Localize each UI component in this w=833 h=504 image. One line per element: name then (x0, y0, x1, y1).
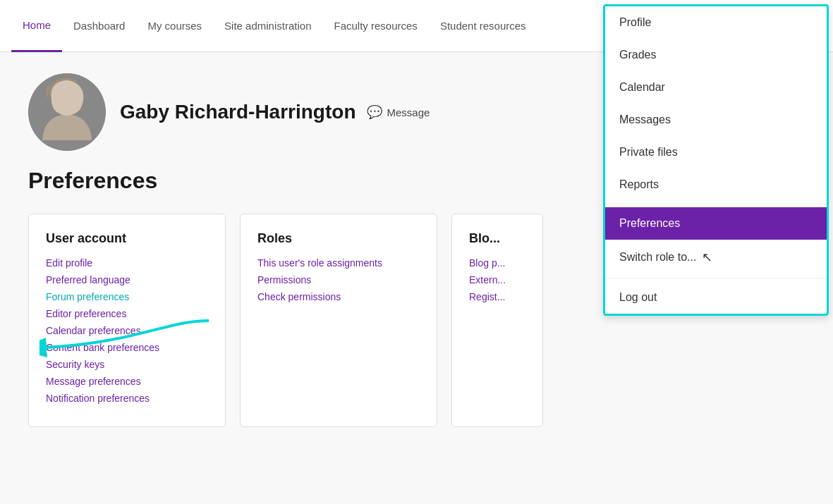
forum-preferences-link[interactable]: Forum preferences (46, 291, 208, 302)
dropdown-divider-2 (605, 278, 827, 278)
nav-links: Home Dashboard My courses Site administr… (11, 0, 705, 52)
roles-card: Roles This user's role assignments Permi… (240, 214, 437, 427)
user-account-card: User account Edit profile Preferred lang… (28, 214, 226, 427)
nav-dashboard[interactable]: Dashboard (62, 0, 136, 52)
main-content: Gaby Richard-Harrington 💬 Message Prefer… (0, 52, 635, 448)
dropdown-profile[interactable]: Profile (605, 6, 827, 39)
message-label: Message (387, 106, 430, 118)
user-dropdown-menu: Profile Grades Calendar Messages Private… (603, 4, 829, 316)
user-header: Gaby Richard-Harrington 💬 Message (28, 73, 607, 151)
role-assignments-link[interactable]: This user's role assignments (257, 257, 420, 269)
permissions-link[interactable]: Permissions (257, 274, 420, 285)
message-preferences-link[interactable]: Message preferences (46, 376, 208, 387)
security-keys-link[interactable]: Security keys (46, 359, 208, 370)
calendar-preferences-link[interactable]: Calendar preferences (46, 325, 208, 336)
blog-title: Blo... (469, 231, 525, 246)
user-name: Gaby Richard-Harrington (120, 101, 355, 123)
nav-site-admin[interactable]: Site administration (213, 0, 322, 52)
check-permissions-link[interactable]: Check permissions (257, 291, 420, 302)
top-nav: Home Dashboard My courses Site administr… (0, 0, 833, 52)
edit-profile-link[interactable]: Edit profile (46, 257, 208, 269)
extern-link[interactable]: Extern... (469, 274, 525, 285)
page-title: Preferences (28, 168, 607, 194)
dropdown-logout[interactable]: Log out (605, 281, 827, 314)
profile-avatar (28, 73, 106, 151)
message-button[interactable]: 💬 Message (367, 104, 430, 120)
dropdown-messages[interactable]: Messages (605, 104, 827, 136)
message-bubble-icon: 💬 (367, 104, 382, 120)
dropdown-switch-role[interactable]: Switch role to... ↖ (605, 240, 827, 275)
dropdown-divider (605, 204, 827, 204)
nav-faculty-resources[interactable]: Faculty resources (323, 0, 429, 52)
nav-my-courses[interactable]: My courses (136, 0, 213, 52)
user-account-title: User account (46, 231, 208, 246)
user-info: Gaby Richard-Harrington 💬 Message (120, 101, 430, 123)
dropdown-grades[interactable]: Grades (605, 39, 827, 71)
dropdown-private-files[interactable]: Private files (605, 136, 827, 168)
cards-row: User account Edit profile Preferred lang… (28, 214, 607, 427)
dropdown-calendar[interactable]: Calendar (605, 71, 827, 104)
dropdown-preferences[interactable]: Preferences (605, 207, 827, 240)
content-bank-preferences-link[interactable]: Content bank preferences (46, 342, 208, 353)
blog-p-link[interactable]: Blog p... (469, 257, 525, 269)
cursor-icon: ↖ (702, 250, 712, 265)
editor-preferences-link[interactable]: Editor preferences (46, 308, 208, 319)
roles-title: Roles (257, 231, 420, 246)
user-name-area: Gaby Richard-Harrington 💬 Message (120, 101, 430, 123)
nav-student-resources[interactable]: Student resources (429, 0, 537, 52)
nav-home[interactable]: Home (11, 0, 62, 52)
blog-card: Blo... Blog p... Extern... Regist... (451, 214, 543, 427)
notification-preferences-link[interactable]: Notification preferences (46, 393, 208, 404)
dropdown-reports[interactable]: Reports (605, 168, 827, 201)
preferred-language-link[interactable]: Preferred language (46, 274, 208, 285)
regist-link[interactable]: Regist... (469, 291, 525, 302)
